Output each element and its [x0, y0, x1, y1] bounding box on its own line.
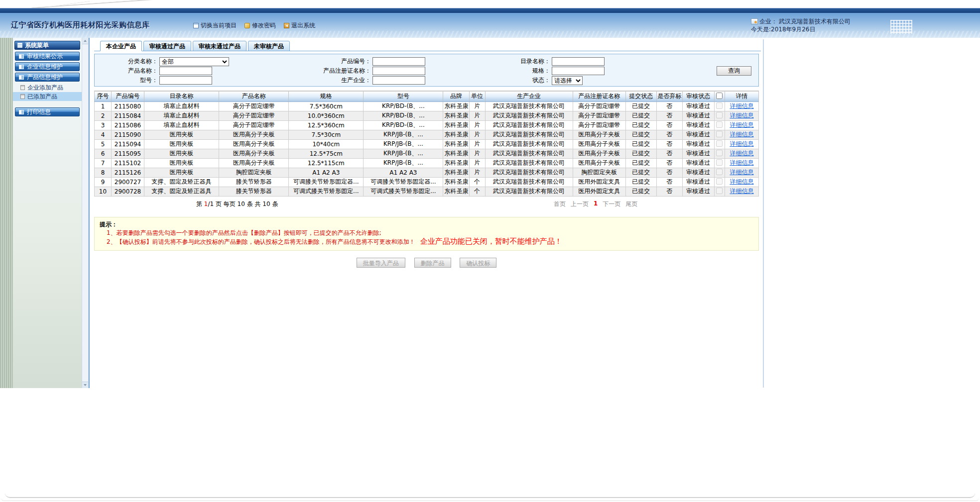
cell-select: [714, 168, 725, 177]
page-number-link[interactable]: 1: [594, 200, 598, 208]
cell-abandoned: 否: [656, 149, 682, 158]
tab-own-products[interactable]: 本企业产品: [100, 41, 142, 51]
cell-detail: 详细信息: [725, 111, 758, 120]
sidebar-item-label: 打印信息: [27, 108, 51, 116]
company-name: 武汉克瑞普新技术有限公司: [779, 17, 851, 25]
row-checkbox: [716, 150, 723, 156]
delete-product-button[interactable]: 删除产品: [414, 258, 451, 268]
logout-icon: [284, 23, 289, 28]
cert-name-input[interactable]: [372, 67, 425, 75]
company-label: 企业：: [759, 17, 777, 25]
sidebar-subitem-added-products[interactable]: 已添加产品: [13, 92, 82, 101]
detail-link[interactable]: 详细信息: [730, 131, 753, 138]
cell-brand: 东科圣康: [443, 101, 469, 111]
left-edge-decoration: [0, 38, 13, 388]
nav-switch-project[interactable]: 切换当前项目: [193, 21, 237, 30]
tab-unreviewed-products[interactable]: 未审核产品: [248, 41, 290, 51]
cell-manufacturer: 武汉克瑞普新技术有限公司: [485, 177, 573, 187]
cell-select: [714, 177, 725, 187]
cell-abandoned: 否: [656, 120, 682, 130]
cell-brand: 东科圣康: [443, 111, 469, 120]
sidebar-subitem-add-product[interactable]: 企业添加产品: [13, 83, 82, 92]
sidebar-item-company-info[interactable]: 企业信息维护: [15, 62, 80, 71]
cell-brand: 东科圣康: [443, 187, 469, 196]
nav-change-password[interactable]: 修改密码: [245, 21, 276, 30]
product-name-label: 产品名称：: [96, 67, 159, 75]
notice-line-1: 1、若要删除产品需先勾选一个要删除的产品然后点击【删除产品】按钮即可，已提交的产…: [100, 229, 753, 237]
sidebar-item-audit-results[interactable]: 审核结果公示: [15, 52, 80, 61]
detail-link[interactable]: 详细信息: [730, 112, 753, 119]
table-row: 5 2115094 医用夹板 医用高分子夹板 10*40cm KRP/JB-(B…: [95, 139, 759, 149]
col-brand: 品牌: [443, 91, 469, 101]
table-row: 7 2115102 医用夹板 医用高分子夹板 12.5*115cm KRP/JB…: [95, 158, 759, 168]
cell-catalog: 医用夹板: [144, 158, 219, 168]
manufacturer-input[interactable]: [372, 76, 425, 85]
query-button[interactable]: 查询: [717, 66, 751, 76]
model-input[interactable]: [159, 76, 212, 85]
cell-product-name: 高分子固定绷带: [219, 120, 289, 130]
cell-spec: 可调式膝关节矫形固定...: [289, 187, 364, 196]
cell-product-name: 膝关节矫形器: [219, 187, 289, 196]
product-no-input[interactable]: [372, 57, 425, 66]
catalog-input[interactable]: [552, 57, 605, 66]
row-checkbox: [716, 102, 723, 109]
window-top-border: [0, 0, 980, 8]
sidebar-item-print-info[interactable]: 打印信息: [15, 107, 80, 116]
detail-link[interactable]: 详细信息: [730, 178, 753, 185]
model-label: 型号：: [96, 76, 159, 85]
col-unit: 单位: [469, 91, 485, 101]
select-all-checkbox[interactable]: [716, 93, 723, 99]
product-name-input[interactable]: [159, 67, 212, 75]
next-page-link[interactable]: 下一页: [603, 200, 620, 208]
status-select[interactable]: 请选择: [552, 76, 583, 85]
cell-audit-status: 审核通过: [682, 187, 714, 196]
sidebar-item-product-info[interactable]: 产品信息维护: [15, 73, 80, 82]
cell-model: KRP/BD-(B、...: [364, 111, 443, 120]
first-page-link[interactable]: 首页: [554, 200, 566, 208]
cell-submit-status: 已提交: [625, 187, 656, 196]
batch-import-button[interactable]: 批量导入产品: [357, 258, 405, 268]
tab-approved-products[interactable]: 审核通过产品: [143, 41, 191, 51]
cell-product-no: 2115080: [112, 101, 144, 111]
cell-manufacturer: 武汉克瑞普新技术有限公司: [485, 168, 573, 177]
cell-model: KRP/BD-(B、...: [364, 101, 443, 111]
col-cert-name: 产品注册证名称: [573, 91, 625, 101]
sidebar-scrollbar[interactable]: [82, 38, 89, 388]
last-page-link[interactable]: 尾页: [625, 200, 637, 208]
cell-abandoned: 否: [656, 139, 682, 149]
detail-link[interactable]: 详细信息: [730, 159, 753, 166]
col-select: [714, 91, 725, 101]
detail-link[interactable]: 详细信息: [730, 102, 753, 109]
row-checkbox: [716, 140, 723, 147]
nav-logout[interactable]: 退出系统: [284, 21, 315, 30]
cell-catalog: 医用夹板: [144, 168, 219, 177]
prev-page-link[interactable]: 上一页: [571, 200, 589, 208]
detail-link[interactable]: 详细信息: [730, 169, 753, 176]
cell-audit-status: 审核通过: [682, 168, 714, 177]
cell-brand: 东科圣康: [443, 177, 469, 187]
cell-manufacturer: 武汉克瑞普新技术有限公司: [485, 149, 573, 158]
cell-spec: 12.5*115cm: [289, 158, 364, 168]
pixel-grid-decoration: [890, 20, 912, 34]
window-icon: [19, 75, 24, 80]
cell-seq: 10: [95, 187, 112, 196]
cell-submit-status: 已提交: [625, 111, 656, 120]
tab-rejected-products[interactable]: 审核未通过产品: [193, 41, 246, 51]
confirm-bid-button[interactable]: 确认投标: [460, 258, 496, 268]
detail-link[interactable]: 详细信息: [730, 188, 753, 195]
spec-input[interactable]: [552, 67, 605, 75]
cell-seq: 3: [95, 120, 112, 130]
cell-product-no: 2115102: [112, 158, 144, 168]
cell-submit-status: 已提交: [625, 130, 656, 139]
detail-link[interactable]: 详细信息: [730, 140, 753, 147]
cell-manufacturer: 武汉克瑞普新技术有限公司: [485, 158, 573, 168]
scroll-up-button[interactable]: [82, 38, 88, 44]
cell-detail: 详细信息: [725, 130, 758, 139]
detail-link[interactable]: 详细信息: [730, 121, 753, 128]
cell-audit-status: 审核通过: [682, 139, 714, 149]
scroll-down-button[interactable]: [82, 382, 88, 388]
table-header-row: 序号 产品编号 目录名称 产品名称 规格 型号 品牌 单位 生产企业 产品注册证…: [95, 91, 759, 101]
cell-model: KRP/JB-(B、...: [364, 139, 443, 149]
category-select[interactable]: 全部: [159, 57, 229, 66]
detail-link[interactable]: 详细信息: [730, 150, 753, 157]
